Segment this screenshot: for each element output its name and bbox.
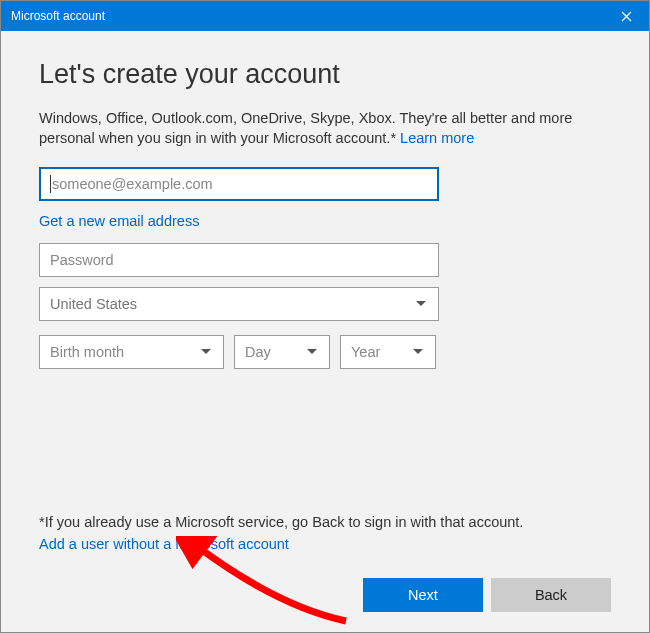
description: Windows, Office, Outlook.com, OneDrive, … [39,108,599,149]
content-area: Let's create your account Windows, Offic… [1,31,649,632]
close-button[interactable] [604,1,649,31]
get-new-email-link[interactable]: Get a new email address [39,213,199,229]
country-selected: United States [50,296,137,312]
birth-month-label: Birth month [50,344,124,360]
back-button[interactable]: Back [491,578,611,612]
dob-row: Birth month Day Year [39,335,611,369]
birth-month-select[interactable]: Birth month [39,335,224,369]
password-input[interactable]: Password [39,243,439,277]
next-button[interactable]: Next [363,578,483,612]
titlebar[interactable]: Microsoft account [1,1,649,31]
email-placeholder: someone@example.com [52,176,213,192]
learn-more-link[interactable]: Learn more [400,130,474,146]
description-text: Windows, Office, Outlook.com, OneDrive, … [39,110,572,146]
page-heading: Let's create your account [39,59,611,90]
close-icon [621,11,632,22]
footnote: *If you already use a Microsoft service,… [39,514,611,530]
country-select[interactable]: United States [39,287,439,321]
bottom-section: *If you already use a Microsoft service,… [39,514,611,612]
button-row: Next Back [39,572,611,612]
window: Microsoft account Let's create your acco… [0,0,650,633]
birth-year-select[interactable]: Year [340,335,436,369]
password-placeholder: Password [50,252,114,268]
birth-day-select[interactable]: Day [234,335,330,369]
window-title: Microsoft account [11,9,105,23]
add-user-without-account-link[interactable]: Add a user without a Microsoft account [39,536,289,552]
birth-year-label: Year [351,344,380,360]
text-cursor [50,175,51,193]
email-input[interactable]: someone@example.com [39,167,439,201]
birth-day-label: Day [245,344,271,360]
